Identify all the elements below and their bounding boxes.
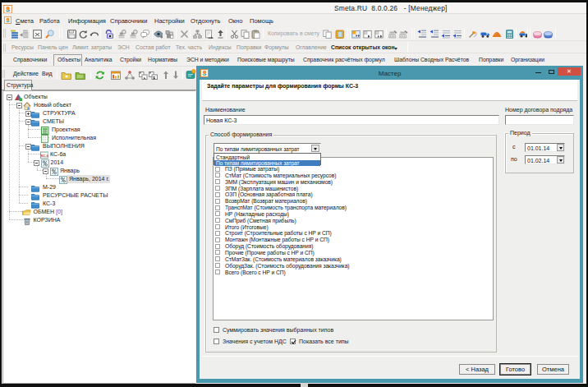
- svg-text:КС-6: КС-6: [41, 153, 48, 157]
